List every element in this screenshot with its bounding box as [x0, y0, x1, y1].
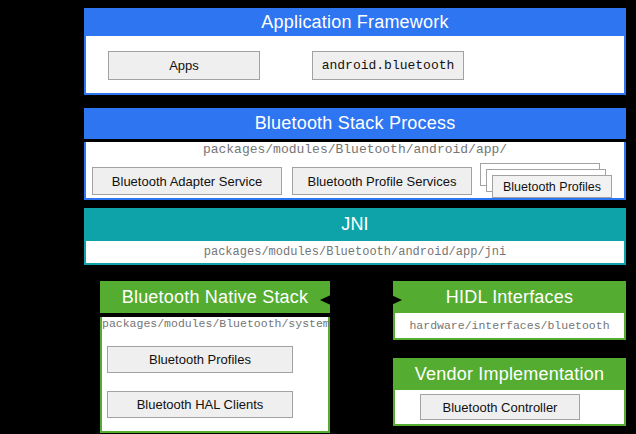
bluetooth-stack-process-content: packages/modules/Bluetooth/android/app/ …: [84, 142, 626, 200]
android-bluetooth-box: android.bluetooth: [312, 51, 464, 80]
hidl-interfaces-content: hardware/interfaces/bluetooth: [393, 313, 626, 340]
section-jni: JNI packages/modules/Bluetooth/android/a…: [84, 208, 626, 265]
hidl-path-label: hardware/interfaces/bluetooth: [409, 319, 609, 332]
bluetooth-profiles-stack: Bluetooth Profiles: [492, 175, 612, 198]
stack-process-path-label: packages/modules/Bluetooth/android/app/: [86, 142, 624, 157]
section-bluetooth-native-stack: Bluetooth Native Stack packages/modules/…: [100, 281, 330, 433]
jni-path-label: packages/modules/Bluetooth/android/app/j…: [204, 245, 506, 259]
vendor-implementation-content: Bluetooth Controller: [393, 390, 626, 426]
section-vendor-implementation: Vendor Implementation Bluetooth Controll…: [393, 358, 626, 426]
native-bluetooth-profiles-box: Bluetooth Profiles: [107, 346, 293, 373]
section-bluetooth-stack-process: Bluetooth Stack Process packages/modules…: [84, 108, 626, 200]
native-hidl-double-arrow-icon: [318, 291, 404, 309]
bluetooth-stack-process-header: Bluetooth Stack Process: [84, 108, 626, 139]
native-stack-path-label: packages/modules/Bluetooth/system: [102, 317, 328, 330]
application-framework-header: Application Framework: [84, 8, 626, 36]
bluetooth-controller-box: Bluetooth Controller: [420, 394, 580, 420]
bluetooth-native-stack-header: Bluetooth Native Stack: [100, 281, 330, 313]
vendor-implementation-header: Vendor Implementation: [393, 358, 626, 390]
bluetooth-hal-clients-box: Bluetooth HAL Clients: [107, 391, 293, 418]
section-hidl-interfaces: HIDL Interfaces hardware/interfaces/blue…: [393, 281, 626, 340]
apps-box: Apps: [108, 51, 260, 80]
section-application-framework: Application Framework Apps android.bluet…: [84, 8, 626, 95]
jni-content: packages/modules/Bluetooth/android/app/j…: [84, 241, 626, 265]
bluetooth-native-stack-content: packages/modules/Bluetooth/system Blueto…: [100, 317, 330, 433]
bluetooth-profiles-box: Bluetooth Profiles: [492, 175, 612, 198]
hidl-interfaces-header: HIDL Interfaces: [393, 281, 626, 313]
bluetooth-adapter-service-box: Bluetooth Adapter Service: [92, 167, 282, 195]
jni-header: JNI: [84, 208, 626, 241]
application-framework-content: Apps android.bluetooth: [84, 36, 626, 95]
bluetooth-profile-services-box: Bluetooth Profile Services: [292, 167, 472, 195]
